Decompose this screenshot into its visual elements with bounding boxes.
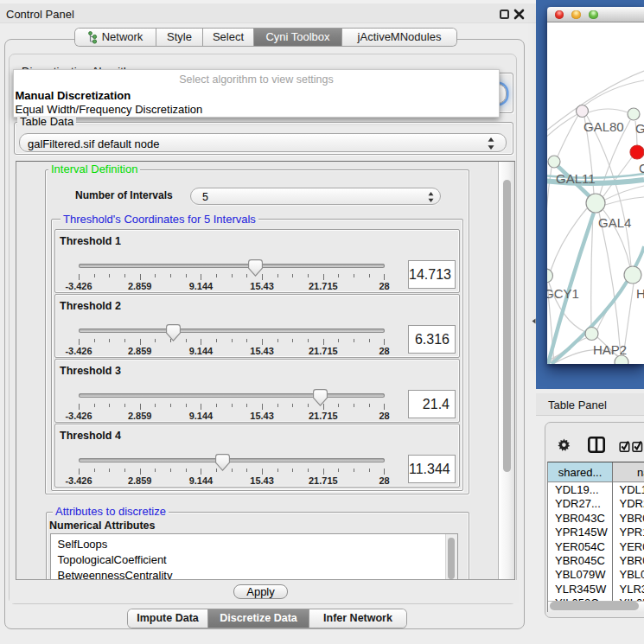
svg-text:GAL80: GAL80 <box>583 119 624 134</box>
svg-text:GAL4: GAL4 <box>598 215 631 230</box>
svg-text:C: C <box>639 161 644 175</box>
svg-text:GCY1: GCY1 <box>547 286 579 301</box>
svg-text:HAP2: HAP2 <box>593 342 627 357</box>
svg-text:HA: HA <box>636 286 644 301</box>
svg-text:GAL11: GAL11 <box>556 171 596 186</box>
svg-text:GA: GA <box>635 121 644 136</box>
